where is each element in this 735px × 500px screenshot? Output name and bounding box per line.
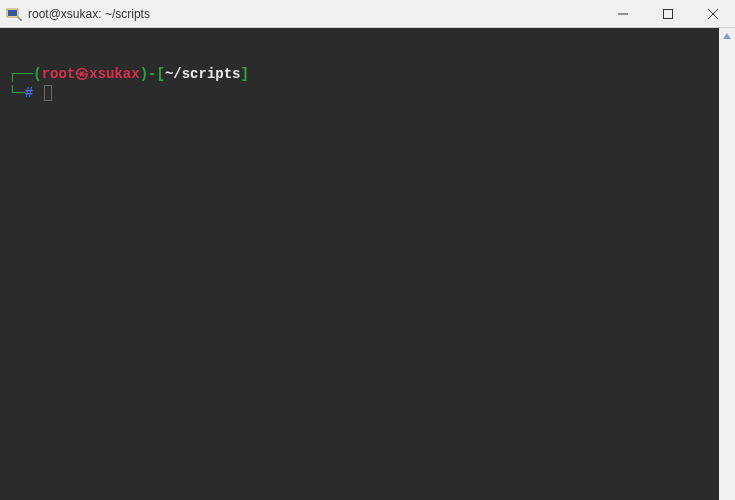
- scroll-up-icon[interactable]: [719, 28, 735, 44]
- window-title: root@xsukax: ~/scripts: [28, 7, 600, 21]
- maximize-button[interactable]: [645, 0, 690, 27]
- svg-rect-1: [8, 10, 17, 16]
- window-controls: [600, 0, 735, 27]
- prompt-hash: #: [25, 85, 33, 101]
- prompt-host: xsukax: [89, 66, 139, 82]
- minimize-button[interactable]: [600, 0, 645, 27]
- paren-open: (: [33, 66, 41, 82]
- close-button[interactable]: [690, 0, 735, 27]
- prompt-corner-top: ┌──: [8, 65, 33, 84]
- prompt-corner-bottom: └─: [8, 84, 25, 103]
- path-bracket-open: [: [156, 66, 164, 82]
- prompt-user: root: [42, 66, 76, 82]
- prompt-path: ~/scripts: [165, 66, 241, 82]
- svg-point-3: [20, 19, 22, 21]
- scrollbar[interactable]: [719, 28, 735, 500]
- terminal-wrap: ┌──(root㉿xsukax)-[~/scripts] └─#: [0, 28, 735, 500]
- svg-marker-8: [723, 33, 731, 39]
- path-bracket-close: ]: [241, 66, 249, 82]
- svg-rect-5: [663, 9, 672, 18]
- putty-icon: [6, 6, 22, 22]
- terminal[interactable]: ┌──(root㉿xsukax)-[~/scripts] └─#: [0, 28, 719, 500]
- cursor: [44, 85, 52, 101]
- titlebar: root@xsukax: ~/scripts: [0, 0, 735, 28]
- skull-icon: ㉿: [75, 66, 89, 82]
- paren-close: ): [140, 66, 148, 82]
